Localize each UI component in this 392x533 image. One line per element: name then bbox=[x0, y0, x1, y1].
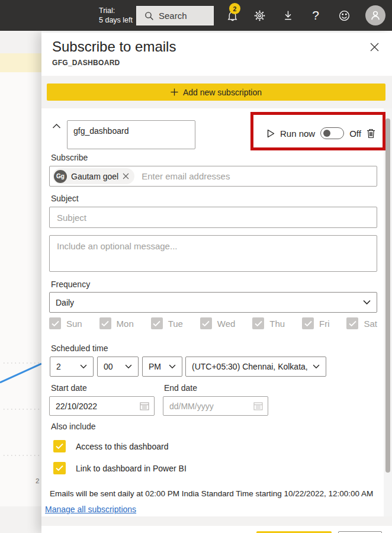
checkbox-checked-disabled-icon bbox=[346, 317, 358, 329]
calendar-icon[interactable] bbox=[140, 402, 149, 410]
subscription-name-value: gfg_dashboard bbox=[73, 126, 128, 136]
minute-select[interactable]: 00 bbox=[97, 357, 139, 377]
link-dashboard-label: Link to dashboard in Power BI bbox=[76, 464, 187, 473]
background-footer-band bbox=[0, 506, 41, 533]
weekday-label: Thu bbox=[269, 319, 285, 329]
collapse-subscription-button[interactable] bbox=[52, 123, 63, 133]
ampm-select[interactable]: PM bbox=[142, 357, 182, 377]
notification-badge: 2 bbox=[229, 3, 240, 14]
dashboard-background: 2 bbox=[0, 31, 41, 533]
end-date-input[interactable]: dd/MM/yyyy bbox=[163, 396, 268, 416]
email-recipients-input[interactable]: Gg Gautam goel Enter email addresses bbox=[49, 166, 377, 187]
smiley-icon bbox=[338, 9, 351, 22]
background-yellow-band bbox=[0, 53, 41, 72]
subscribe-panel: Subscribe to emails GFG_DASHBOARD Add ne… bbox=[41, 33, 392, 533]
run-now-button[interactable] bbox=[267, 129, 275, 138]
play-icon bbox=[267, 129, 275, 138]
account-button[interactable] bbox=[365, 5, 385, 25]
weekday-thu: Thu bbox=[252, 317, 285, 329]
weekday-label: Fri bbox=[319, 319, 330, 329]
link-dashboard-checkbox[interactable]: Link to dashboard in Power BI bbox=[53, 462, 187, 474]
weekday-fri: Fri bbox=[302, 317, 330, 329]
checkbox-checked-icon bbox=[53, 440, 66, 452]
help-button[interactable]: ? bbox=[306, 0, 326, 31]
hour-value: 2 bbox=[56, 362, 61, 371]
notifications-button[interactable]: 2 bbox=[222, 0, 242, 31]
plus-icon bbox=[171, 88, 178, 96]
feedback-button[interactable] bbox=[334, 0, 354, 31]
remove-icon bbox=[123, 173, 129, 179]
message-textarea[interactable]: Include an optional message... bbox=[49, 235, 377, 272]
timezone-value: (UTC+05:30) Chennai, Kolkata, Mu bbox=[192, 362, 309, 371]
add-subscription-band: Add new subscription bbox=[41, 76, 392, 108]
recipient-avatar: Gg bbox=[54, 170, 67, 183]
weekday-sun: Sun bbox=[49, 317, 82, 329]
add-new-subscription-label: Add new subscription bbox=[183, 88, 262, 97]
hour-select[interactable]: 2 bbox=[50, 357, 94, 377]
frequency-select[interactable]: Daily bbox=[49, 292, 377, 313]
end-date-label: End date bbox=[164, 383, 197, 393]
subject-input[interactable]: Subject bbox=[49, 207, 377, 228]
chevron-down-icon bbox=[363, 300, 371, 305]
trash-icon bbox=[367, 129, 375, 139]
calendar-icon[interactable] bbox=[253, 402, 263, 410]
checkbox-checked-disabled-icon bbox=[49, 317, 61, 329]
start-date-input[interactable]: 22/10/2022 bbox=[49, 396, 155, 416]
recipient-chip[interactable]: Gg Gautam goel bbox=[53, 168, 134, 184]
background-axis-tick: 2 bbox=[36, 477, 39, 484]
checkbox-checked-disabled-icon bbox=[302, 317, 314, 329]
weekday-label: Sat bbox=[364, 319, 377, 329]
toggle-knob bbox=[323, 130, 330, 137]
scheduled-time-label: Scheduled time bbox=[51, 343, 108, 353]
weekday-label: Mon bbox=[117, 319, 134, 329]
checkbox-checked-disabled-icon bbox=[151, 317, 163, 329]
run-now-label: Run now bbox=[280, 129, 315, 139]
timezone-select[interactable]: (UTC+05:30) Chennai, Kolkata, Mu bbox=[185, 357, 326, 377]
person-icon bbox=[369, 9, 382, 22]
subject-placeholder: Subject bbox=[57, 213, 86, 223]
frequency-value: Daily bbox=[56, 298, 74, 307]
trial-label: Trial: bbox=[99, 6, 133, 15]
remove-recipient-button[interactable] bbox=[123, 173, 129, 179]
subject-label: Subject bbox=[51, 194, 79, 203]
subscription-name-input[interactable]: gfg_dashboard bbox=[67, 120, 195, 149]
chevron-down-icon bbox=[80, 364, 87, 369]
message-placeholder: Include an optional message... bbox=[57, 241, 177, 251]
chevron-down-icon bbox=[125, 364, 132, 369]
frequency-label: Frequency bbox=[51, 280, 90, 289]
background-line-chart bbox=[0, 332, 41, 486]
weekday-label: Tue bbox=[168, 319, 183, 329]
footer-divider bbox=[41, 516, 392, 526]
schedule-summary-text: Emails will be sent daily at 02:00 PM In… bbox=[50, 488, 381, 500]
ampm-value: PM bbox=[149, 362, 161, 371]
search-input[interactable]: Search bbox=[136, 6, 214, 25]
checkbox-checked-icon bbox=[53, 462, 66, 474]
weekday-tue: Tue bbox=[151, 317, 183, 329]
chevron-up-icon bbox=[52, 123, 61, 129]
checkbox-checked-disabled-icon bbox=[99, 317, 111, 329]
subscription-toggle[interactable] bbox=[320, 127, 344, 139]
add-new-subscription-button[interactable]: Add new subscription bbox=[47, 84, 385, 101]
gear-icon bbox=[253, 9, 266, 22]
start-date-value: 22/10/2022 bbox=[56, 402, 97, 411]
download-button[interactable] bbox=[278, 0, 298, 31]
recipient-name: Gautam goel bbox=[71, 172, 118, 181]
minute-value: 00 bbox=[104, 362, 113, 371]
close-icon bbox=[370, 43, 379, 52]
checkbox-checked-disabled-icon bbox=[200, 317, 212, 329]
panel-scrollbar-thumb[interactable] bbox=[385, 118, 390, 473]
settings-button[interactable] bbox=[249, 0, 269, 31]
weekday-mon: Mon bbox=[99, 317, 134, 329]
weekday-wed: Wed bbox=[200, 317, 236, 329]
delete-subscription-button[interactable] bbox=[367, 129, 375, 139]
weekday-label: Sun bbox=[66, 319, 82, 329]
search-placeholder: Search bbox=[159, 11, 187, 21]
dashboard-name: GFG_DASHBOARD bbox=[52, 59, 120, 67]
help-icon: ? bbox=[312, 8, 319, 23]
also-include-label: Also include bbox=[51, 422, 96, 431]
close-button[interactable] bbox=[368, 41, 380, 53]
run-now-group: Run now Off bbox=[267, 121, 375, 145]
manage-subscriptions-link[interactable]: Manage all subscriptions bbox=[45, 505, 136, 514]
access-dashboard-checkbox[interactable]: Access to this dashboard bbox=[53, 440, 168, 452]
top-app-bar: Trial: 5 days left Search 2 bbox=[0, 0, 392, 31]
